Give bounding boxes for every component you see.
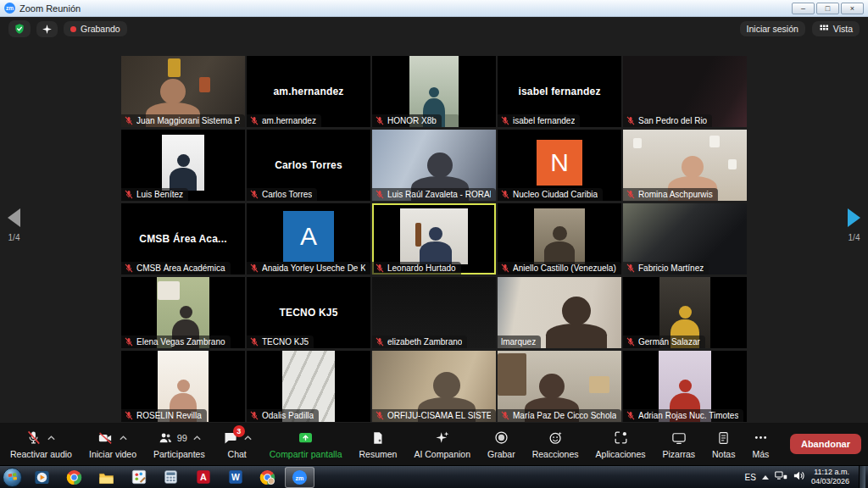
participant-tile[interactable]: Elena Vegas Zambrano — [121, 277, 245, 348]
mic-off-icon — [25, 430, 42, 446]
taskbar-clock[interactable]: 11:12 a.m. 04/03/2026 — [811, 468, 849, 487]
mic-muted-icon — [125, 263, 133, 273]
participant-tile[interactable]: Fabricio Martínez — [623, 203, 747, 274]
participant-tile[interactable]: Germán Salazar — [623, 277, 747, 348]
mic-muted-icon — [626, 337, 635, 347]
participant-tile[interactable]: Juan Maggiorani Sistema P... — [121, 56, 245, 127]
participant-tile[interactable]: HONOR X8b — [372, 56, 496, 127]
toolbar-record-button[interactable]: Grabar — [479, 423, 524, 465]
participant-tile[interactable]: Carlos TorresCarlos Torres — [247, 130, 370, 201]
leave-meeting-button[interactable]: Abandonar — [790, 434, 861, 454]
mic-muted-icon — [125, 411, 133, 420]
next-page-arrow[interactable] — [848, 208, 860, 227]
chevron-up-icon[interactable] — [47, 435, 56, 441]
toolbar-share-button[interactable]: Compartir pantalla — [261, 423, 351, 465]
toolbar-notes-button[interactable]: Notas — [704, 423, 743, 465]
ai-companion-status-icon[interactable] — [36, 21, 58, 37]
mic-muted-icon — [250, 190, 259, 199]
minimize-button[interactable]: – — [792, 3, 815, 14]
toolbar-whiteboards-button[interactable]: Pizarras — [654, 423, 704, 465]
participant-name-label: San Pedro del Rio — [623, 114, 712, 127]
person-silhouette-head — [562, 297, 591, 325]
participant-tile[interactable]: Odalis Padilla — [247, 351, 370, 422]
video-background-detail — [728, 159, 737, 169]
taskbar-app-chrome-profile[interactable] — [253, 467, 282, 488]
participant-tile[interactable]: ORFIJU-CISAMA EL SISTEM... — [372, 351, 496, 422]
maximize-button[interactable]: □ — [816, 3, 839, 14]
meeting-area: Grabando Iniciar sesión Vista Juan Maggi… — [0, 17, 868, 423]
toolbar-reactions-button[interactable]: Reacciones — [524, 423, 587, 465]
profile-photo — [534, 208, 585, 264]
windows-taskbar: AWzm ES 11:12 a.m. 04/03/2026 — [0, 465, 868, 488]
taskbar-app-paint[interactable] — [124, 467, 153, 488]
language-indicator[interactable]: ES — [745, 473, 756, 482]
mic-muted-icon — [250, 411, 259, 420]
mic-muted-icon — [125, 190, 133, 199]
video-background-detail — [415, 223, 421, 247]
participant-tile[interactable]: Aniello Castillo (Venezuela) — [498, 203, 621, 274]
taskbar-app-zoom[interactable]: zm — [285, 467, 314, 488]
volume-icon[interactable] — [793, 469, 805, 485]
participant-tile[interactable]: AAnaida Yorley Useche De K... — [247, 203, 370, 274]
participant-tile[interactable]: isabel fernandezisabel fernandez — [498, 56, 621, 127]
person-silhouette-head — [553, 226, 567, 241]
toolbar-more-button[interactable]: Más — [743, 423, 777, 465]
participant-tile[interactable]: Leonardo Hurtado — [372, 203, 496, 274]
tray-expand-icon[interactable] — [762, 475, 769, 480]
ai-companion-icon — [434, 430, 450, 446]
chevron-up-icon[interactable] — [192, 435, 202, 441]
video-background-detail — [158, 281, 180, 300]
participant-name-label: Luis Raúl Zavaleta - RORAI... — [372, 188, 496, 201]
taskbar-app-media-player[interactable] — [27, 467, 57, 488]
participant-tile[interactable]: Luis Benítez — [121, 130, 245, 201]
participant-tile[interactable]: Luis Raúl Zavaleta - RORAI... — [372, 130, 496, 201]
video-background-detail — [633, 138, 642, 148]
person-silhouette-head — [177, 154, 190, 167]
participant-tile[interactable]: lmarquez — [498, 277, 621, 348]
participant-tile[interactable]: Romina Aschpurwis — [623, 130, 747, 201]
person-silhouette-head — [679, 380, 692, 392]
profile-photo — [162, 135, 204, 191]
security-shield-icon[interactable] — [8, 20, 31, 37]
previous-page-arrow[interactable] — [8, 208, 20, 227]
participant-tile[interactable]: San Pedro del Rio — [623, 56, 747, 127]
participant-name-label: lmarquez — [498, 336, 541, 348]
participant-tile[interactable]: am.hernandezam.hernandez — [247, 56, 370, 127]
taskbar-app-acrobat[interactable]: A — [188, 467, 218, 488]
participant-tile[interactable]: elizabeth Zambrano — [372, 277, 496, 348]
participant-name-label: Carlos Torres — [247, 188, 317, 201]
show-desktop-button[interactable] — [859, 466, 865, 488]
mic-muted-icon — [125, 337, 133, 347]
taskbar-app-calculator[interactable] — [156, 467, 186, 488]
meeting-toolbar: Reactivar audioIniciar video99Participan… — [0, 423, 868, 465]
toolbar-mic-button[interactable]: Reactivar audio — [2, 423, 81, 465]
taskbar-app-word[interactable]: W — [220, 467, 250, 488]
chevron-up-icon[interactable] — [243, 435, 253, 441]
participant-tile[interactable]: María Paz De Cicco Schola... — [498, 351, 621, 422]
recording-indicator[interactable]: Grabando — [64, 21, 127, 36]
network-icon[interactable] — [775, 469, 787, 485]
notes-icon — [716, 430, 731, 446]
person-silhouette-head — [429, 227, 442, 241]
toolbar-chat-button[interactable]: 3Chat — [214, 423, 261, 465]
toolbar-ai-companion-button[interactable]: AI Companion — [405, 423, 479, 465]
taskbar-app-file-explorer[interactable] — [92, 467, 121, 488]
participant-name-label: ROSELIN Revilla — [121, 409, 207, 422]
chevron-up-icon[interactable] — [119, 435, 128, 441]
grid-view-icon — [819, 24, 829, 34]
taskbar-app-chrome[interactable] — [59, 467, 89, 488]
toolbar-apps-button[interactable]: Aplicaciones — [587, 423, 654, 465]
toolbar-summary-button[interactable]: Resumen — [351, 423, 406, 465]
start-button[interactable] — [3, 468, 22, 487]
toolbar-video-button[interactable]: Iniciar video — [81, 423, 145, 465]
participant-tile[interactable]: ROSELIN Revilla — [121, 351, 245, 422]
close-button[interactable]: × — [841, 3, 864, 14]
toolbar-participants-button[interactable]: 99Participantes — [145, 423, 214, 465]
participant-tile[interactable]: TECNO KJ5TECNO KJ5 — [247, 277, 370, 348]
participant-tile[interactable]: Adrian Rojas Nuc. Timotes — [623, 351, 747, 422]
window-titlebar: zm Zoom Reunión – □ × — [0, 0, 868, 17]
view-button[interactable]: Vista — [812, 21, 860, 36]
participant-tile[interactable]: CMSB Área Aca...CMSB Área Académica — [121, 203, 245, 274]
sign-in-button[interactable]: Iniciar sesión — [740, 21, 805, 36]
participant-tile[interactable]: NNucleo Ciudad Caribia — [498, 130, 621, 201]
